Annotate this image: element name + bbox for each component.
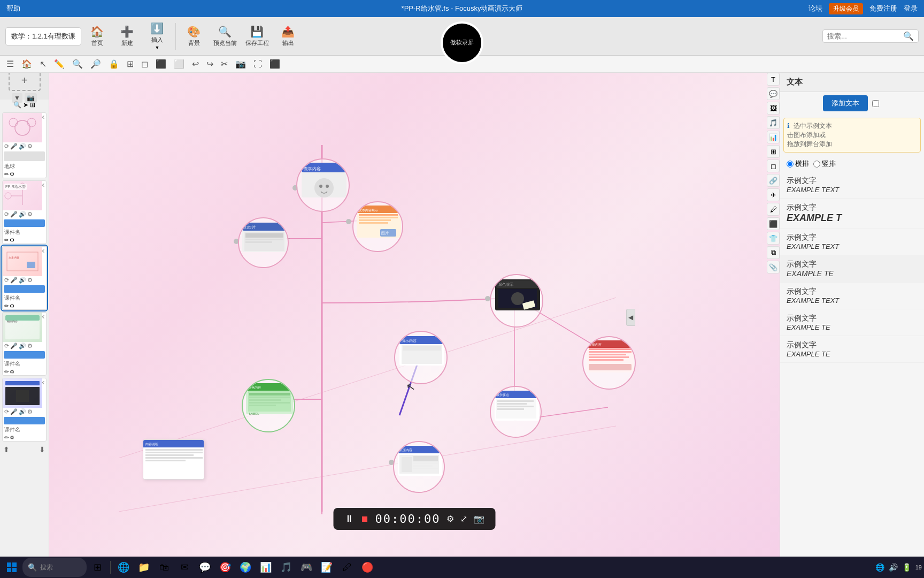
insert-button[interactable]: ⬇️ 插入 ▼ [143,20,171,52]
forum-link[interactable]: 论坛 [808,4,822,13]
redo-btn[interactable]: ↪ [204,58,215,70]
node-upper-center[interactable]: 教学内容 [296,158,350,212]
slide-3-vol[interactable]: 🔊 [19,277,26,284]
sidebar-grid-btn[interactable]: ⊞ [30,101,35,109]
node-upper-left[interactable]: 幻灯片 [238,217,289,268]
login-link[interactable]: 登录 [904,4,918,13]
slide-item-4[interactable]: ✕ 相关内容 ⟳ 🎤 🔊 ⚙ 课件名 ✏ [2,312,47,376]
taskbar-search[interactable]: 🔍 搜索 [22,558,87,577]
slide-1-vol[interactable]: 🔊 [19,143,26,150]
slide-4-settings[interactable]: ⚙ [27,343,33,349]
slide-4-move[interactable]: ⟳ [4,343,9,349]
slide-item-5[interactable]: ✕ ⟳ 🎤 🔊 ⚙ 课件名 ✏ [2,378,47,442]
bring-front-btn[interactable]: ⬛ [153,58,168,70]
taskbar-mail[interactable]: ✉ [175,558,194,577]
taskbar-app2[interactable]: 🌍 [236,558,255,577]
home2-btn[interactable]: 🏠 [19,58,34,70]
canvas-area[interactable]: 教学内容 幻灯片 文本内 [49,73,780,562]
bottom-left-card[interactable]: 内容说明 [143,439,204,480]
slide-4-vol[interactable]: 🔊 [19,343,26,349]
new-button[interactable]: ➕ 新建 [113,20,141,52]
taskbar-app4[interactable]: 🎵 [276,558,296,577]
zoom-in-btn[interactable]: 🔍 [70,58,85,70]
search-input[interactable] [827,32,903,40]
slide-4-mic[interactable]: 🎤 [10,343,18,349]
add-slide-button[interactable]: + [9,73,41,91]
taskbar-app8[interactable]: 🔴 [358,558,377,577]
slide-1-settings[interactable]: ⚙ [27,143,33,150]
scroll-down-btn[interactable]: ⬇ [39,445,45,454]
select-all-btn[interactable]: ◻ [139,58,150,70]
node-right-upper[interactable]: 深色演示 [490,274,543,328]
taskbar-app1[interactable]: 🎯 [215,558,235,577]
zoom-out-btn[interactable]: 🔎 [88,58,103,70]
format-btn[interactable]: ☰ [4,58,16,70]
right-panel-collapse-button[interactable]: ◀ [626,309,635,326]
slide-2-move[interactable]: ⟳ [4,211,9,218]
lock-btn[interactable]: 🔒 [106,58,121,70]
slide-1-settings2[interactable]: ⚙ [10,171,14,177]
taskbar-volume[interactable]: 🔊 [889,563,898,572]
slide-4-settings2[interactable]: ⚙ [10,369,14,375]
pointer-btn[interactable]: ✏️ [52,58,67,70]
background-button[interactable]: 🎨 背景 [180,20,208,52]
slide-item-3[interactable]: ✕ 文本内容 ⟳ 🎤 🔊 ⚙ 课件名 ✏ [2,246,47,310]
text-style-1[interactable]: 示例文字 EXAMPLE TEXT [780,172,924,199]
taskbar-app3[interactable]: 📊 [256,558,275,577]
text-style-2[interactable]: 示例文字 EXAMPLE T [780,199,924,229]
taskbar-app7[interactable]: 🖊 [337,558,357,577]
camera2-button[interactable]: 📷 [474,514,484,524]
slide-3-settings2[interactable]: ⚙ [10,303,14,309]
search-box[interactable]: 🔍 [822,29,919,43]
slide-3-settings[interactable]: ⚙ [27,277,33,284]
preview-button[interactable]: 🔍 预览当前 [210,20,240,52]
output-button[interactable]: 📤 输出 [274,20,302,52]
dark-btn[interactable]: ⬛ [267,58,282,70]
slide-item-2[interactable]: ✕ PP-R给水管 ⟳ 🎤 🔊 ⚙ [2,180,47,244]
node-green[interactable]: 绿色内容 LABEL [242,379,295,432]
send-back-btn[interactable]: ⬜ [172,58,187,70]
layout-horizontal[interactable]: 横排 [787,159,809,169]
taskbar-edge[interactable]: 🌐 [114,558,133,577]
slide-3-mic[interactable]: 🎤 [10,277,18,284]
node-right-lower[interactable]: 教学要点 [490,386,542,438]
fullscreen-btn[interactable]: ⛶ [251,58,264,70]
sidebar-search-btn[interactable]: 🔍 [13,101,21,109]
sidebar-nav-btn[interactable]: ➤ [23,101,28,109]
taskbar-wechat[interactable]: 💬 [195,558,214,577]
add-text-checkbox[interactable] [872,100,879,107]
text-style-6[interactable]: 示例文字 EXAMPLE TE [780,309,924,336]
taskbar-store[interactable]: 🛍 [155,558,174,577]
taskbar-explorer[interactable]: 📁 [134,558,153,577]
settings-button[interactable]: ⚙ [446,514,454,524]
add-text-button[interactable]: 添加文本 [823,95,868,111]
taskbar-network[interactable]: 🌐 [875,563,884,572]
breadcrumb-button[interactable]: 数学：1.2.1有理数课 [5,27,81,45]
slide-5-edit[interactable]: ✏ [4,435,9,440]
slide-2-mic[interactable]: 🎤 [10,211,18,218]
node-bottom[interactable]: 页面内容 [393,441,445,493]
taskbar-taskview[interactable]: ⊞ [88,558,107,577]
slide-5-move[interactable]: ⟳ [4,408,9,415]
slide-2-vol[interactable]: 🔊 [19,211,26,218]
slide-1-move[interactable]: ⟳ [4,143,9,150]
slide-item-1[interactable]: ✕ ⟳ 🎤 🔊 ⚙ 地球 ✏ [2,112,47,178]
taskbar-battery[interactable]: 🔋 [902,563,911,572]
save-button[interactable]: 💾 保存工程 [242,20,272,52]
slide-5-vol[interactable]: 🔊 [19,408,26,415]
node-center[interactable]: 演示内容 [394,331,448,384]
node-far-right[interactable]: 详细内容 [582,336,636,390]
home-button[interactable]: 🏠 首页 [83,20,111,52]
node-upper-right[interactable]: 文本内容展示 图片 [352,201,403,252]
taskbar-app5[interactable]: 🎮 [297,558,316,577]
taskbar-windows[interactable] [2,558,21,577]
slide-1-edit[interactable]: ✏ [4,171,9,177]
slide-2-edit[interactable]: ✏ [4,237,9,243]
slide-3-move[interactable]: ⟳ [4,277,9,284]
slide-3-edit[interactable]: ✏ [4,303,9,309]
slide-1-mic[interactable]: 🎤 [10,143,18,150]
slide-5-settings2[interactable]: ⚙ [10,435,14,440]
text-style-5[interactable]: 示例文字 EXAMPLE TEXT [780,283,924,309]
text-style-3[interactable]: 示例文字 EXAMPLE TEXT [780,229,924,255]
slide-4-edit[interactable]: ✏ [4,369,9,375]
